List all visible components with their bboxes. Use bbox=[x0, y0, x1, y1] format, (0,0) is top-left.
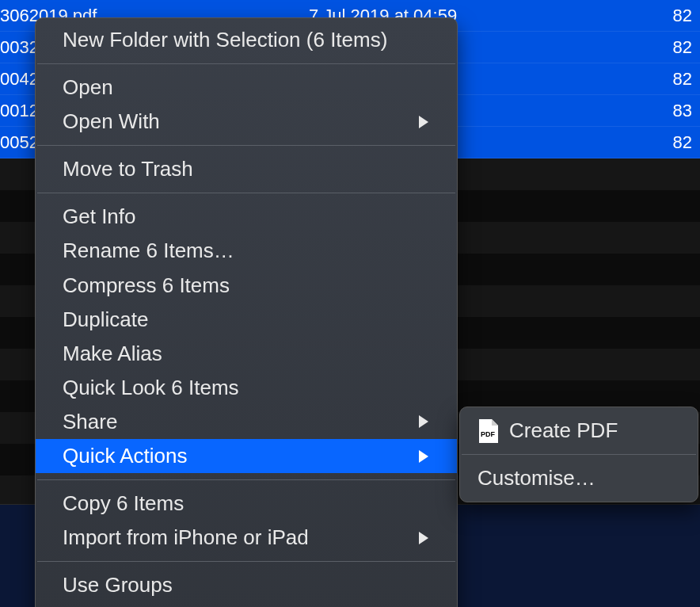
menu-duplicate[interactable]: Duplicate bbox=[36, 303, 457, 337]
menu-import[interactable]: Import from iPhone or iPad bbox=[36, 521, 457, 555]
menu-label: Move to Trash bbox=[63, 155, 430, 183]
menu-separator bbox=[37, 63, 455, 64]
submenu-arrow-icon bbox=[419, 116, 428, 128]
submenu-customise[interactable]: Customise… bbox=[460, 460, 698, 497]
menu-use-groups[interactable]: Use Groups bbox=[36, 568, 457, 602]
quick-actions-submenu: PDF Create PDF Customise… bbox=[459, 407, 698, 502]
menu-separator bbox=[37, 145, 455, 146]
menu-label: Quick Look 6 Items bbox=[63, 374, 430, 402]
menu-label: Make Alias bbox=[63, 340, 430, 368]
menu-label: Quick Actions bbox=[63, 442, 419, 470]
menu-compress[interactable]: Compress 6 Items bbox=[36, 269, 457, 303]
menu-label: Share bbox=[63, 408, 419, 436]
menu-label: Use Groups bbox=[63, 571, 430, 599]
menu-label: Compress 6 Items bbox=[63, 272, 430, 300]
menu-label: Duplicate bbox=[63, 306, 430, 334]
submenu-arrow-icon bbox=[419, 415, 428, 428]
menu-label: New Folder with Selection (6 Items) bbox=[63, 26, 430, 54]
file-size: 82 bbox=[637, 6, 692, 26]
menu-sort-by[interactable]: Sort By bbox=[36, 602, 457, 607]
menu-label: Get Info bbox=[63, 203, 430, 231]
menu-new-folder[interactable]: New Folder with Selection (6 Items) bbox=[36, 23, 457, 57]
menu-open[interactable]: Open bbox=[36, 71, 457, 105]
menu-label: Copy 6 Items bbox=[63, 490, 430, 517]
file-size: 82 bbox=[637, 37, 692, 58]
menu-make-alias[interactable]: Make Alias bbox=[36, 337, 457, 371]
context-menu: New Folder with Selection (6 Items) Open… bbox=[35, 17, 458, 607]
menu-quick-look[interactable]: Quick Look 6 Items bbox=[36, 371, 457, 405]
menu-separator bbox=[37, 561, 455, 562]
svg-text:PDF: PDF bbox=[481, 430, 496, 438]
menu-quick-actions[interactable]: Quick Actions bbox=[36, 439, 457, 473]
menu-copy[interactable]: Copy 6 Items bbox=[36, 487, 457, 521]
pdf-icon: PDF bbox=[477, 419, 498, 443]
menu-move-to-trash[interactable]: Move to Trash bbox=[36, 152, 457, 186]
file-size: 82 bbox=[637, 132, 692, 153]
menu-label: Rename 6 Items… bbox=[63, 237, 430, 265]
menu-label: Open bbox=[63, 74, 430, 101]
submenu-arrow-icon bbox=[419, 450, 428, 463]
submenu-label: Create PDF bbox=[509, 418, 618, 443]
submenu-label: Customise… bbox=[477, 466, 595, 491]
menu-get-info[interactable]: Get Info bbox=[36, 200, 457, 234]
file-size: 82 bbox=[637, 69, 692, 90]
file-size: 83 bbox=[637, 101, 692, 121]
menu-rename[interactable]: Rename 6 Items… bbox=[36, 234, 457, 268]
menu-label: Open With bbox=[63, 108, 419, 136]
menu-open-with[interactable]: Open With bbox=[36, 105, 457, 139]
submenu-arrow-icon bbox=[419, 532, 428, 544]
submenu-create-pdf[interactable]: PDF Create PDF bbox=[460, 412, 698, 449]
menu-separator bbox=[37, 193, 455, 193]
menu-separator bbox=[462, 454, 696, 455]
menu-share[interactable]: Share bbox=[36, 405, 457, 439]
menu-label: Import from iPhone or iPad bbox=[63, 524, 419, 552]
menu-separator bbox=[37, 479, 455, 480]
